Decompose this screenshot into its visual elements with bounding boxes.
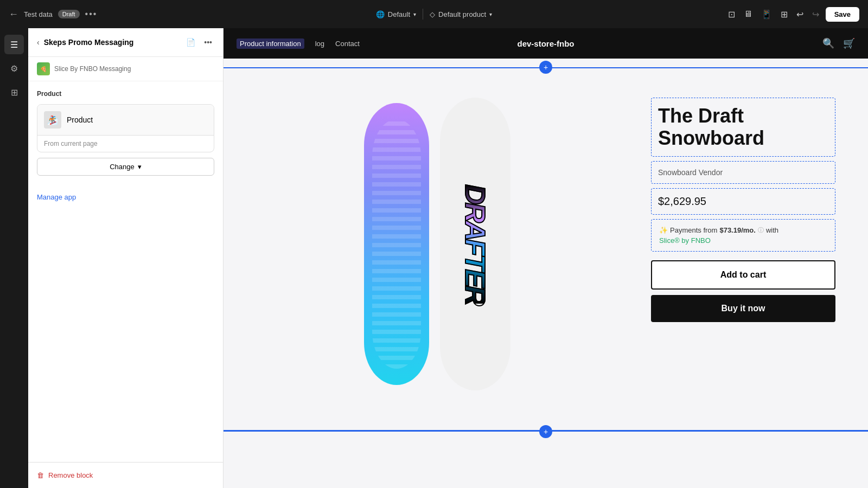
change-chevron-icon: ▾ — [138, 163, 142, 171]
environment-selector[interactable]: 🌐 Default ▾ — [376, 10, 416, 18]
sidebar-back-button[interactable]: ‹ — [37, 38, 40, 47]
top-bar-left: ← Test data Draft ••• — [9, 9, 288, 20]
nav-icon-settings[interactable]: ⚙ — [4, 59, 24, 78]
product-selector[interactable]: ◇ Default product ▾ — [430, 10, 492, 18]
app-name-label: Slice By FNBO Messaging — [54, 65, 131, 73]
product-title-box: The Draft Snowboard — [651, 98, 835, 157]
sidebar-header: ‹ Skeps Promo Messaging 📄 ••• — [28, 28, 223, 57]
product-card-inner: 🏂 Product — [37, 105, 214, 135]
store-cart-icon[interactable]: 🛒 — [843, 37, 855, 49]
store-nav-log[interactable]: log — [315, 40, 324, 48]
sidebar-document-icon-btn[interactable]: 📄 — [184, 37, 197, 48]
snowboard-image-2: DRAFTER — [440, 98, 510, 390]
store-nav-contact[interactable]: Contact — [335, 40, 360, 48]
globe-icon: 🌐 — [376, 10, 385, 18]
product-source-label: From current page — [37, 135, 214, 152]
sidebar-footer: 🗑 Remove block — [28, 462, 223, 488]
undo-button[interactable]: ↩ — [794, 7, 806, 22]
trash-icon: 🗑 — [37, 471, 44, 479]
main-layout: ☰ ⚙ ⊞ ‹ Skeps Promo Messaging 📄 ••• 🍕 Sl… — [0, 28, 868, 488]
mobile-preview-btn[interactable]: 📱 — [759, 7, 774, 22]
sidebar-app-row: 🍕 Slice By FNBO Messaging — [28, 57, 223, 81]
product-title: The Draft Snowboard — [658, 105, 828, 150]
remove-block-button[interactable]: 🗑 Remove block — [37, 471, 93, 479]
payments-text: Payments from — [670, 226, 717, 234]
product-card-icon: 🏂 — [44, 111, 61, 129]
env-chevron-icon: ▾ — [413, 11, 416, 17]
redo-button[interactable]: ↪ — [810, 7, 821, 22]
separator — [423, 9, 423, 20]
diamond-icon: ◇ — [430, 10, 435, 18]
top-bar-right: ⊡ 🖥 📱 ⊞ ↩ ↪ Save — [580, 7, 859, 22]
sidebar-product-section: Product 🏂 Product From current page Chan… — [28, 81, 223, 184]
snowboard-pattern — [372, 119, 421, 369]
product-vendor: Snowboard Vendor — [658, 168, 828, 177]
add-section-top-button[interactable]: + — [539, 61, 552, 74]
top-bar-center: 🌐 Default ▾ ◇ Default product ▾ — [295, 9, 574, 20]
desktop-preview-btn[interactable]: 🖥 — [742, 7, 755, 21]
add-to-cart-button[interactable]: Add to cart — [651, 260, 835, 290]
product-card-label: Product — [67, 115, 93, 124]
draft-badge: Draft — [58, 10, 80, 18]
sparkle-icon: ✨ — [659, 226, 668, 234]
back-button[interactable]: ← — [9, 9, 18, 20]
payments-amount: $73.19/mo. — [719, 226, 756, 234]
preview-area: Product information log Contact dev-stor… — [224, 28, 868, 488]
store-nav: Product information log Contact dev-stor… — [224, 28, 868, 59]
icon-nav: ☰ ⚙ ⊞ — [0, 28, 28, 488]
payments-with-text: with — [766, 226, 778, 234]
highlight-icon-btn[interactable]: ⊡ — [726, 7, 737, 22]
slice-link[interactable]: Slice® by FNBO — [659, 236, 711, 245]
sidebar-title: Skeps Promo Messaging — [44, 38, 180, 47]
product-section-label: Product — [37, 90, 214, 98]
environment-label: Default — [388, 10, 410, 18]
snowboard-text: DRAFTER — [463, 184, 488, 304]
product-card: 🏂 Product From current page — [37, 104, 214, 152]
change-label: Change — [110, 163, 135, 171]
nav-icon-apps[interactable]: ⊞ — [4, 82, 24, 102]
manage-app-link[interactable]: Manage app — [37, 193, 214, 201]
sidebar-more-btn[interactable]: ••• — [202, 37, 214, 48]
store-nav-links: Product information log Contact — [237, 38, 360, 49]
top-bar: ← Test data Draft ••• 🌐 Default ▾ ◇ Defa… — [0, 0, 868, 28]
app-logo: 🍕 — [37, 62, 50, 75]
snowboard-image-1 — [364, 103, 429, 385]
grid-icon-btn[interactable]: ⊞ — [778, 7, 790, 22]
add-section-top: + — [224, 59, 868, 76]
change-button[interactable]: Change ▾ — [37, 158, 214, 176]
product-section: DRAFTER The Draft Snowboard Snowboard Ve… — [224, 76, 868, 423]
product-info: The Draft Snowboard Snowboard Vendor $2,… — [651, 98, 835, 322]
payments-box: ✨ Payments from $73.19/mo. ⓘ with Slice®… — [651, 219, 835, 252]
store-nav-product-info[interactable]: Product information — [237, 38, 304, 49]
product-selector-label: Default product — [438, 10, 486, 18]
store-search-icon[interactable]: 🔍 — [822, 37, 834, 49]
more-button[interactable]: ••• — [85, 9, 98, 19]
store-nav-icons: 🔍 🛒 — [822, 37, 855, 49]
bottom-indicator-container: + — [224, 423, 868, 432]
store-logo: dev-store-fnbo — [518, 39, 575, 48]
sidebar: ‹ Skeps Promo Messaging 📄 ••• 🍕 Slice By… — [28, 28, 224, 488]
nav-icon-sections[interactable]: ☰ — [4, 35, 24, 54]
product-price: $2,629.95 — [658, 195, 828, 208]
product-images: DRAFTER — [256, 98, 618, 390]
remove-block-label: Remove block — [48, 471, 93, 479]
save-button[interactable]: Save — [826, 7, 859, 22]
product-chevron-icon: ▾ — [489, 11, 492, 17]
product-price-box: $2,629.95 — [651, 188, 835, 215]
test-data-label: Test data — [24, 10, 53, 18]
buy-now-button[interactable]: Buy it now — [651, 295, 835, 322]
add-section-bottom-button[interactable]: + — [539, 425, 552, 438]
info-icon: ⓘ — [758, 226, 764, 234]
product-vendor-box: Snowboard Vendor — [651, 161, 835, 184]
preview-frame: Product information log Contact dev-stor… — [224, 28, 868, 488]
